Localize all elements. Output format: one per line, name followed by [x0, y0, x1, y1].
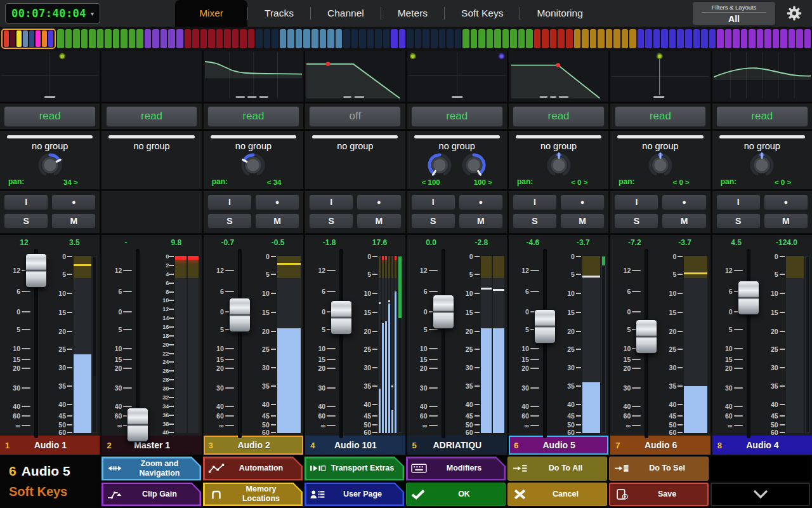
record-button[interactable]: ● — [255, 194, 299, 210]
channel-name-7[interactable]: 7Audio 6 — [610, 436, 710, 455]
color-block[interactable] — [16, 30, 22, 47]
color-block[interactable] — [701, 29, 708, 48]
color-block[interactable] — [502, 29, 509, 48]
automation-thumbnail[interactable] — [305, 51, 405, 104]
color-block[interactable] — [57, 29, 64, 48]
color-block[interactable] — [582, 29, 589, 48]
automation-thumbnail[interactable] — [610, 51, 710, 104]
pan-knob[interactable] — [646, 151, 674, 182]
color-block[interactable] — [23, 30, 28, 47]
color-block[interactable] — [661, 29, 668, 48]
solo-button[interactable]: S — [411, 213, 455, 229]
automation-thumbnail[interactable] — [204, 51, 303, 104]
color-block[interactable] — [29, 30, 34, 47]
automation-mode-button[interactable]: read — [4, 106, 96, 127]
color-block[interactable] — [192, 29, 199, 48]
softkeys-expand-button[interactable] — [710, 483, 810, 507]
color-block[interactable] — [717, 29, 724, 48]
input-button[interactable]: I — [411, 194, 455, 210]
color-block[interactable] — [224, 29, 231, 48]
color-block[interactable] — [73, 29, 80, 48]
color-block[interactable] — [280, 29, 287, 48]
color-block[interactable] — [48, 30, 53, 47]
automation-mode-button[interactable]: read — [716, 106, 808, 127]
color-block[interactable] — [534, 29, 541, 48]
input-button[interactable]: I — [513, 194, 557, 210]
color-block[interactable] — [343, 29, 350, 48]
tab-tracks[interactable]: Tracks — [248, 0, 310, 27]
color-block[interactable] — [757, 29, 764, 48]
color-block[interactable] — [232, 29, 239, 48]
color-block[interactable] — [749, 29, 756, 48]
solo-button[interactable]: S — [207, 213, 252, 229]
color-block[interactable] — [351, 29, 358, 48]
fader-track[interactable] — [238, 249, 242, 438]
pan-knob[interactable] — [545, 151, 573, 182]
color-block[interactable] — [629, 29, 636, 48]
color-block[interactable] — [613, 29, 620, 48]
color-block[interactable] — [789, 29, 796, 48]
color-block[interactable] — [733, 29, 740, 48]
color-block[interactable] — [606, 29, 613, 48]
automation-mode-button[interactable]: read — [207, 106, 299, 127]
automation-mode-button[interactable]: read — [411, 106, 503, 127]
automation-mode-button[interactable]: read — [615, 106, 707, 127]
color-block[interactable] — [36, 30, 41, 47]
automation-mode-button[interactable]: read — [513, 106, 605, 127]
automation-thumbnail[interactable] — [712, 51, 812, 104]
color-block[interactable] — [455, 29, 462, 48]
gear-icon[interactable] — [785, 4, 803, 22]
color-block[interactable] — [558, 29, 565, 48]
color-block[interactable] — [216, 29, 223, 48]
color-block[interactable] — [510, 29, 517, 48]
color-block[interactable] — [669, 29, 676, 48]
pan-knob-right[interactable] — [460, 151, 488, 182]
color-block[interactable] — [447, 29, 454, 48]
color-block[interactable] — [741, 29, 748, 48]
color-block[interactable] — [42, 30, 47, 47]
color-block[interactable] — [4, 30, 9, 47]
color-block[interactable] — [407, 29, 414, 48]
color-block[interactable] — [208, 29, 215, 48]
color-block[interactable] — [367, 29, 374, 48]
color-block[interactable] — [359, 29, 366, 48]
color-block[interactable] — [375, 29, 382, 48]
fader-cap[interactable] — [331, 300, 352, 335]
color-block[interactable] — [399, 29, 406, 48]
channel-name-8[interactable]: 8Audio 4 — [712, 436, 812, 455]
solo-button[interactable]: S — [309, 213, 353, 229]
softkey-transport-extras[interactable]: Transport Extras — [304, 457, 404, 481]
color-block[interactable] — [566, 29, 573, 48]
mute-button[interactable]: M — [764, 213, 808, 229]
color-block[interactable] — [113, 29, 120, 48]
fader-cap[interactable] — [229, 298, 251, 332]
channel-name-3[interactable]: 3Audio 2 — [204, 436, 303, 455]
automation-thumbnail[interactable] — [102, 51, 201, 104]
color-block[interactable] — [590, 29, 597, 48]
fader-cap[interactable] — [738, 281, 759, 315]
color-block[interactable] — [264, 29, 271, 48]
solo-button[interactable]: S — [513, 213, 557, 229]
color-block[interactable] — [81, 29, 88, 48]
softkey-clip-gain[interactable]: Clip Gain — [102, 483, 201, 507]
softkey-do-to-all[interactable]: Do To All — [508, 457, 607, 481]
pan-knob[interactable] — [36, 151, 64, 182]
color-block[interactable] — [176, 29, 183, 48]
fader-track[interactable] — [747, 249, 750, 438]
fader-cap[interactable] — [25, 253, 47, 288]
channel-name-1[interactable]: 1Audio 1 — [0, 436, 100, 455]
color-block[interactable] — [296, 29, 303, 48]
automation-thumbnail[interactable] — [509, 51, 608, 104]
color-block[interactable] — [121, 29, 128, 48]
channel-name-2[interactable]: 2Master 1 — [102, 436, 201, 455]
color-block[interactable] — [320, 29, 327, 48]
color-block[interactable] — [487, 29, 494, 48]
timecode-dropdown-caret[interactable]: ▾ — [91, 10, 94, 17]
color-block[interactable] — [415, 29, 422, 48]
color-block[interactable] — [10, 30, 15, 47]
tab-channel[interactable]: Channel — [311, 0, 381, 27]
solo-button[interactable]: S — [716, 213, 761, 229]
mute-button[interactable]: M — [662, 213, 706, 229]
color-block[interactable] — [248, 29, 255, 48]
pan-knob-left[interactable] — [426, 151, 454, 182]
